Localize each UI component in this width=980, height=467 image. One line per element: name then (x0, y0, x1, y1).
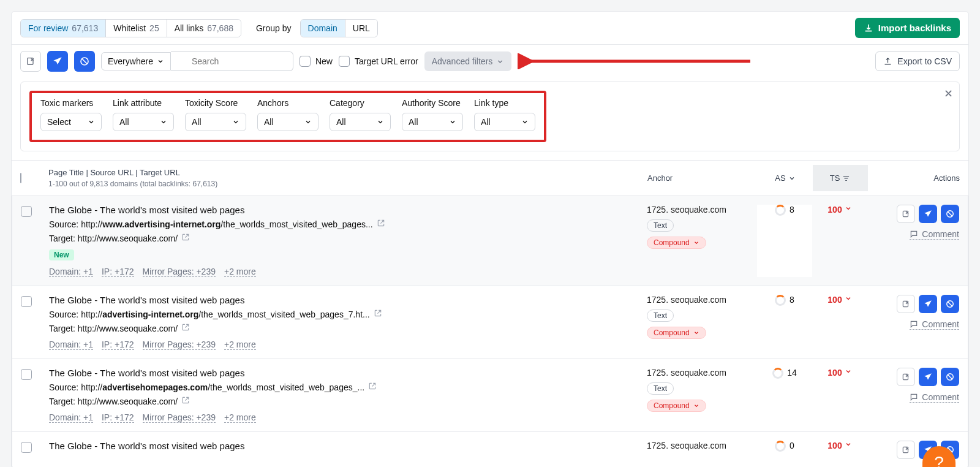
row-meta[interactable]: +2 more (224, 412, 256, 423)
external-link-icon[interactable] (368, 382, 377, 392)
tab-for-review[interactable]: For review 67,613 (21, 20, 105, 37)
row-title[interactable]: The Globe - The world's most visited web… (49, 368, 647, 378)
comment-link[interactable]: Comment (910, 392, 959, 403)
row-title[interactable]: The Globe - The world's most visited web… (49, 441, 647, 451)
ts-value[interactable]: 100 (812, 205, 867, 277)
comment-icon (910, 393, 918, 401)
group-by-url[interactable]: URL (345, 20, 377, 37)
send-action-icon[interactable] (47, 51, 68, 72)
external-link-icon[interactable] (181, 397, 190, 406)
row-action-export-icon[interactable] (897, 295, 915, 313)
row-meta[interactable]: Mirror Pages: +239 (143, 267, 216, 277)
anchor-compound-pill[interactable]: Compound (647, 400, 706, 412)
filter-category[interactable]: All (330, 113, 391, 131)
anchor-text-pill[interactable]: Text (647, 219, 674, 232)
block-action-icon[interactable] (74, 51, 95, 72)
row-action-export-icon[interactable] (897, 441, 915, 459)
row-meta[interactable]: Mirror Pages: +239 (143, 412, 216, 423)
row-meta[interactable]: Domain: +1 (49, 412, 93, 423)
row-meta[interactable]: Mirror Pages: +239 (143, 340, 216, 350)
row-meta[interactable]: IP: +172 (102, 340, 134, 350)
row-meta[interactable]: Domain: +1 (49, 267, 93, 277)
filter-label: Link attribute (113, 98, 174, 108)
filter-toxicity score[interactable]: All (185, 113, 246, 131)
anchor-text-pill[interactable]: Text (647, 382, 674, 395)
header-as[interactable]: AS (758, 173, 813, 183)
ts-value[interactable]: 100 (812, 368, 867, 423)
close-icon[interactable]: ✕ (944, 87, 953, 101)
row-action-block-icon[interactable] (941, 368, 959, 386)
new-checkbox[interactable]: New (300, 56, 333, 67)
row-action-send-icon[interactable] (919, 295, 937, 313)
anchor-domain: 1725. seoquake.com (647, 205, 757, 215)
row-meta[interactable]: IP: +172 (102, 412, 134, 423)
row-meta[interactable]: +2 more (224, 267, 256, 277)
row-target[interactable]: Target: http://www.seoquake.com/ (49, 396, 647, 406)
row-meta[interactable]: +2 more (224, 340, 256, 350)
row-action-send-icon[interactable] (919, 205, 937, 223)
advanced-filters-button[interactable]: Advanced filters (424, 51, 512, 71)
external-link-icon[interactable] (374, 309, 382, 319)
filter-link type[interactable]: All (474, 113, 535, 131)
anchor-compound-pill[interactable]: Compound (647, 327, 706, 339)
row-action-block-icon[interactable] (941, 295, 959, 313)
search-input[interactable] (171, 51, 293, 71)
chevron-down-icon (88, 118, 95, 126)
anchor-compound-pill[interactable]: Compound (647, 237, 706, 249)
row-checkbox[interactable] (21, 369, 32, 380)
external-link-icon[interactable] (377, 219, 385, 229)
as-value: 8 (757, 205, 812, 277)
row-title[interactable]: The Globe - The world's most visited web… (49, 295, 647, 305)
row-meta[interactable]: Domain: +1 (49, 340, 93, 350)
anchor-domain: 1725. seoquake.com (647, 368, 757, 378)
group-by-domain[interactable]: Domain (301, 20, 345, 37)
external-link-icon[interactable] (181, 324, 190, 333)
header-title: Page Title | Source URL | Target URL (48, 168, 647, 177)
row-meta[interactable]: IP: +172 (102, 267, 134, 277)
chevron-down-icon (521, 118, 529, 126)
filter-authority score[interactable]: All (402, 113, 463, 131)
group-by-toggle: Domain URL (300, 19, 378, 37)
export-csv-button[interactable]: Export to CSV (875, 51, 960, 71)
row-title[interactable]: The Globe - The world's most visited web… (49, 205, 647, 215)
row-source[interactable]: Source: http://advertising-internet.org/… (49, 309, 647, 319)
download-icon (864, 23, 873, 33)
row-action-send-icon[interactable] (919, 368, 937, 386)
filter-label: Anchors (257, 98, 318, 108)
row-target[interactable]: Target: http://www.seoquake.com/ (49, 233, 647, 243)
row-checkbox[interactable] (21, 206, 32, 217)
scope-dropdown[interactable]: Everywhere (101, 52, 171, 70)
tab-all-links[interactable]: All links 67,688 (167, 20, 241, 37)
row-action-export-icon[interactable] (897, 368, 915, 386)
as-value: 0 (757, 441, 812, 459)
select-all-checkbox[interactable] (20, 173, 21, 183)
filter-toxic markers[interactable]: Select (40, 113, 102, 131)
header-subtitle: 1-100 out of 9,813 domains (total backli… (48, 180, 647, 188)
row-source[interactable]: Source: http://www.advertising-internet.… (49, 219, 647, 229)
header-ts[interactable]: TS (813, 165, 868, 191)
chevron-down-icon (693, 240, 699, 246)
import-backlinks-button[interactable]: Import backlinks (855, 18, 960, 38)
row-target[interactable]: Target: http://www.seoquake.com/ (49, 323, 647, 333)
anchor-text-pill[interactable]: Text (647, 309, 674, 322)
comment-link[interactable]: Comment (910, 319, 959, 330)
external-link-icon[interactable] (181, 234, 190, 243)
filter-anchors[interactable]: All (257, 113, 318, 131)
ts-value[interactable]: 100 (812, 295, 867, 350)
chevron-down-icon (845, 295, 852, 302)
chevron-down-icon (496, 58, 504, 66)
comment-link[interactable]: Comment (910, 229, 959, 240)
tab-count: 67,613 (72, 23, 98, 33)
row-checkbox[interactable] (21, 296, 32, 307)
row-action-block-icon[interactable] (941, 205, 959, 223)
tab-whitelist[interactable]: Whitelist 25 (105, 20, 166, 37)
tab-label: All links (175, 23, 203, 33)
chevron-down-icon (449, 118, 456, 126)
filter-link attribute[interactable]: All (113, 113, 174, 131)
target-url-error-checkbox[interactable]: Target URL error (339, 56, 418, 67)
row-checkbox[interactable] (21, 442, 32, 453)
row-source[interactable]: Source: http://advertisehomepages.com/th… (49, 382, 647, 392)
row-action-export-icon[interactable] (897, 205, 915, 223)
ts-value[interactable]: 100 (812, 441, 867, 459)
export-action-icon[interactable] (20, 51, 41, 72)
